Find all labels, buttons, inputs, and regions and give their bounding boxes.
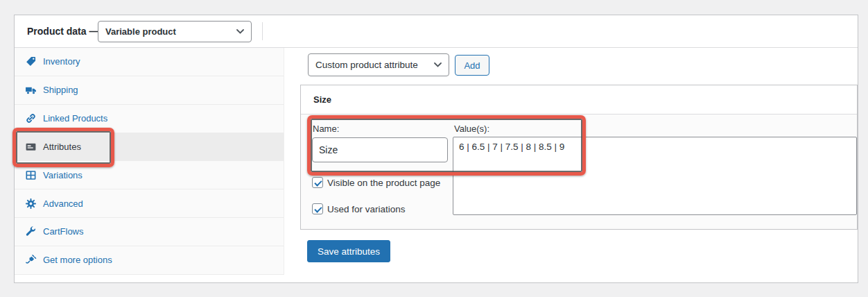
attribute-title: Size: [313, 94, 331, 105]
visible-on-product-page-checkbox-row[interactable]: Visible on the product page: [312, 177, 440, 188]
add-attribute-button[interactable]: Add: [455, 55, 489, 76]
gear-icon: [25, 198, 37, 210]
header-divider: [262, 22, 263, 40]
tab-label: CartFlows: [43, 226, 84, 237]
product-type-select-value: Variable product: [105, 26, 176, 37]
tab-get-more-options[interactable]: Get more options: [15, 246, 284, 275]
checkbox-label: Visible on the product page: [327, 178, 440, 188]
metabox-header: Product data — Variable product: [15, 15, 858, 48]
tab-label: Attributes: [43, 142, 81, 152]
wrench-icon: [25, 226, 37, 237]
product-data-screen: Product data — Variable product Inventor…: [0, 0, 868, 297]
tab-label: Get more options: [43, 255, 112, 265]
checkbox-checked-icon[interactable]: [312, 203, 323, 214]
plug-icon: [25, 254, 37, 266]
chevron-down-icon: [236, 29, 244, 34]
page-title: Product data —: [27, 26, 98, 37]
checkbox-label: Used for variations: [327, 204, 406, 214]
attribute-values-textarea[interactable]: 6 | 6.5 | 7 | 7.5 | 8 | 8.5 | 9: [453, 137, 857, 215]
product-type-select[interactable]: Variable product: [98, 21, 252, 42]
attributes-card-icon: [25, 141, 37, 153]
attribute-values-label: Value(s):: [454, 124, 489, 134]
tab-label: Shipping: [43, 85, 78, 95]
tab-linked-products[interactable]: Linked Products: [15, 105, 284, 133]
attribute-item-content: Name: Value(s): 6 | 6.5 | 7 | 7.5 | 8 | …: [301, 114, 857, 229]
product-data-metabox: Product data — Variable product Inventor…: [14, 15, 858, 283]
tab-label: Linked Products: [43, 113, 107, 124]
variations-grid-icon: [25, 169, 37, 181]
shipping-truck-icon: [25, 84, 37, 96]
tab-variations[interactable]: Variations: [15, 161, 284, 189]
attribute-name-input[interactable]: [312, 137, 448, 162]
tab-cartflows[interactable]: CartFlows: [15, 218, 284, 246]
tab-shipping[interactable]: Shipping: [15, 76, 284, 105]
used-for-variations-checkbox-row[interactable]: Used for variations: [312, 203, 406, 214]
chevron-down-icon: [434, 62, 442, 67]
attribute-item: Size Name: Value(s): 6 | 6.5 | 7 | 7.5 |…: [300, 85, 858, 230]
tab-advanced[interactable]: Advanced: [15, 189, 284, 218]
product-data-tabs: Inventory Shipping Linked Products Attri…: [15, 48, 284, 275]
link-icon: [25, 112, 37, 124]
attribute-type-select[interactable]: Custom product attribute: [308, 53, 449, 76]
tab-inventory[interactable]: Inventory: [15, 48, 284, 76]
attribute-item-header[interactable]: Size: [301, 85, 857, 114]
attribute-name-label: Name:: [313, 124, 339, 134]
save-attributes-button[interactable]: Save attributes: [307, 240, 390, 262]
checkbox-checked-icon[interactable]: [312, 177, 323, 188]
inventory-tag-icon: [25, 56, 37, 67]
tab-label: Variations: [43, 170, 83, 180]
tab-label: Advanced: [43, 198, 83, 209]
tab-label: Inventory: [43, 56, 80, 67]
attribute-type-select-value: Custom product attribute: [315, 60, 418, 70]
tab-attributes[interactable]: Attributes: [15, 133, 284, 162]
